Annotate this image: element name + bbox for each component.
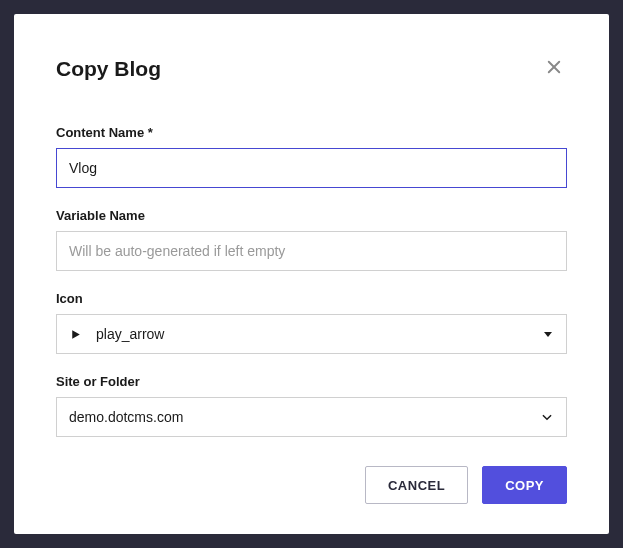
site-folder-label: Site or Folder bbox=[56, 374, 567, 389]
site-folder-field-group: Site or Folder demo.dotcms.com bbox=[56, 374, 567, 437]
close-icon bbox=[545, 58, 563, 79]
site-folder-select-value: demo.dotcms.com bbox=[69, 409, 540, 425]
content-name-field-group: Content Name * bbox=[56, 125, 567, 188]
dialog-header: Copy Blog bbox=[56, 54, 567, 83]
cancel-button[interactable]: CANCEL bbox=[365, 466, 468, 504]
close-button[interactable] bbox=[541, 54, 567, 83]
variable-name-field-group: Variable Name bbox=[56, 208, 567, 271]
content-name-label: Content Name * bbox=[56, 125, 567, 140]
dialog-footer: CANCEL COPY bbox=[56, 466, 567, 504]
copy-blog-dialog: Copy Blog Content Name * Variable Name I… bbox=[14, 14, 609, 534]
copy-button[interactable]: COPY bbox=[482, 466, 567, 504]
play-arrow-icon bbox=[69, 328, 82, 341]
caret-down-icon bbox=[542, 328, 554, 340]
icon-label: Icon bbox=[56, 291, 567, 306]
content-name-input[interactable] bbox=[56, 148, 567, 188]
chevron-down-icon bbox=[540, 410, 554, 424]
icon-select[interactable]: play_arrow bbox=[56, 314, 567, 354]
icon-select-value: play_arrow bbox=[96, 326, 542, 342]
site-folder-select[interactable]: demo.dotcms.com bbox=[56, 397, 567, 437]
variable-name-input[interactable] bbox=[56, 231, 567, 271]
icon-field-group: Icon play_arrow bbox=[56, 291, 567, 354]
variable-name-label: Variable Name bbox=[56, 208, 567, 223]
dialog-title: Copy Blog bbox=[56, 57, 161, 81]
